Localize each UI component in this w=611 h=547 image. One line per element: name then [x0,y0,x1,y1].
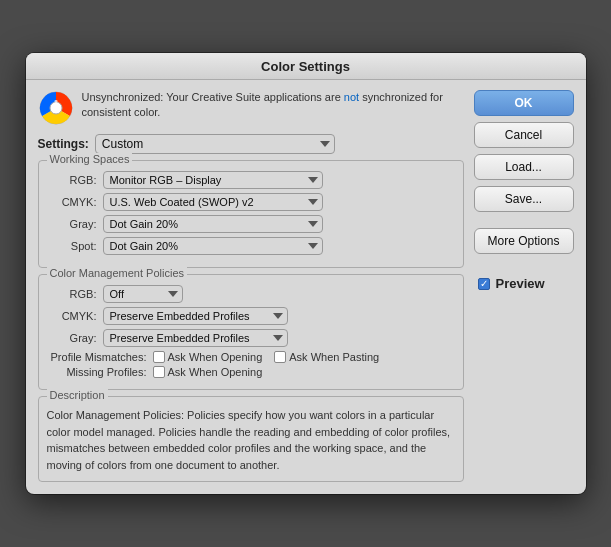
color-wheel-icon [38,90,74,126]
settings-label: Settings: [38,137,89,151]
cmyk-working-row: CMYK: U.S. Web Coated (SWOP) v2 [47,193,455,211]
color-settings-dialog: Color Settings [26,53,586,494]
right-panel: OK Cancel Load... Save... More Options ✓… [474,90,574,482]
preview-label: Preview [496,276,545,291]
rgb-policy-row: RGB: Off Preserve Embedded Profiles Conv… [47,285,455,303]
preview-row: ✓ Preview [478,276,574,291]
profile-mismatches-label: Profile Mismatches: [47,351,147,363]
rgb-working-label: RGB: [47,174,97,186]
cmyk-policy-label: CMYK: [47,310,97,322]
color-management-title: Color Management Policies [47,267,188,279]
ask-opening-missing-option[interactable]: Ask When Opening [153,366,263,378]
save-button[interactable]: Save... [474,186,574,212]
working-spaces-section: Working Spaces RGB: Monitor RGB – Displa… [38,160,464,268]
cmyk-working-dropdown[interactable]: U.S. Web Coated (SWOP) v2 [103,193,323,211]
gray-policy-dropdown[interactable]: Preserve Embedded Profiles Off Convert t… [103,329,288,347]
spot-working-label: Spot: [47,240,97,252]
warning-text: Unsynchronized: Your Creative Suite appl… [82,90,464,121]
warning-banner: Unsynchronized: Your Creative Suite appl… [38,90,464,126]
settings-row: Settings: Custom North America General P… [38,134,464,154]
rgb-working-row: RGB: Monitor RGB – Display [47,171,455,189]
description-section: Description Color Management Policies: P… [38,396,464,482]
ask-opening-missing-text: Ask When Opening [168,366,263,378]
preview-checkbox[interactable]: ✓ [478,278,490,290]
dialog-title: Color Settings [26,53,586,80]
ask-opening-profile-option[interactable]: Ask When Opening [153,351,263,363]
rgb-policy-label: RGB: [47,288,97,300]
rgb-working-dropdown[interactable]: Monitor RGB – Display [103,171,323,189]
description-text: Color Management Policies: Policies spec… [47,407,455,473]
cmyk-working-label: CMYK: [47,196,97,208]
description-title: Description [47,389,108,401]
ok-button[interactable]: OK [474,90,574,116]
cmyk-policy-dropdown[interactable]: Preserve Embedded Profiles Off Convert t… [103,307,288,325]
svg-rect-2 [54,100,57,108]
gray-working-dropdown[interactable]: Dot Gain 20% [103,215,323,233]
gray-policy-label: Gray: [47,332,97,344]
cancel-button[interactable]: Cancel [474,122,574,148]
ask-opening-profile-checkbox[interactable] [153,351,165,363]
settings-dropdown[interactable]: Custom North America General Purpose 2 N… [95,134,335,154]
ask-pasting-profile-text: Ask When Pasting [289,351,379,363]
spot-working-row: Spot: Dot Gain 20% [47,237,455,255]
profile-mismatches-row: Profile Mismatches: Ask When Opening Ask… [47,351,455,363]
gray-policy-row: Gray: Preserve Embedded Profiles Off Con… [47,329,455,347]
cmyk-policy-row: CMYK: Preserve Embedded Profiles Off Con… [47,307,455,325]
color-management-section: Color Management Policies RGB: Off Prese… [38,274,464,390]
ask-opening-missing-checkbox[interactable] [153,366,165,378]
missing-profiles-row: Missing Profiles: Ask When Opening [47,366,455,378]
spot-working-dropdown[interactable]: Dot Gain 20% [103,237,323,255]
ask-pasting-profile-option[interactable]: Ask When Pasting [274,351,379,363]
left-panel: Unsynchronized: Your Creative Suite appl… [38,90,464,482]
missing-profiles-label: Missing Profiles: [47,366,147,378]
more-options-button[interactable]: More Options [474,228,574,254]
rgb-policy-dropdown[interactable]: Off Preserve Embedded Profiles Convert t… [103,285,183,303]
working-spaces-title: Working Spaces [47,153,133,165]
gray-working-label: Gray: [47,218,97,230]
load-button[interactable]: Load... [474,154,574,180]
gray-working-row: Gray: Dot Gain 20% [47,215,455,233]
ask-opening-profile-text: Ask When Opening [168,351,263,363]
ask-pasting-profile-checkbox[interactable] [274,351,286,363]
